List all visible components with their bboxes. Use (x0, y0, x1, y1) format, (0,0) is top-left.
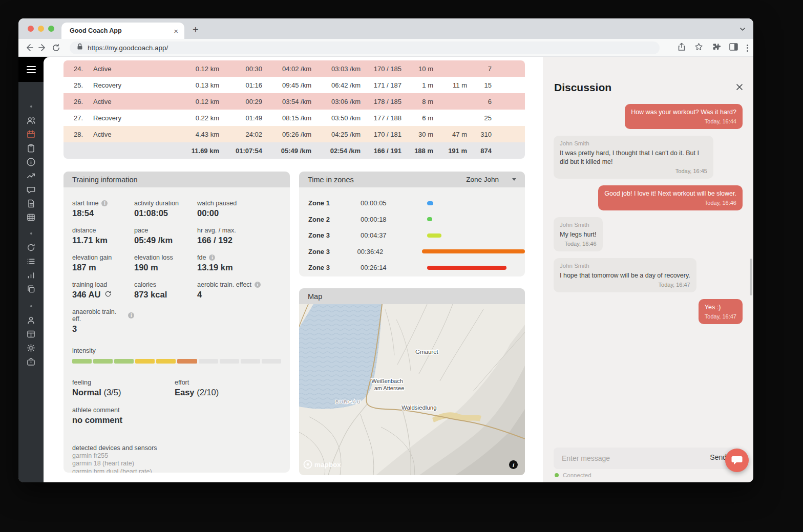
chat-bubble-fab[interactable] (725, 449, 749, 472)
table-row[interactable]: 25. Recovery 0.13 km 01:16 09:45 /km 06:… (64, 77, 525, 93)
lap-calories: 7 (468, 65, 493, 73)
extensions-puzzle-icon[interactable] (712, 42, 721, 53)
message-time: Today, 16:45 (560, 167, 707, 175)
total-distance: 11.69 km (169, 147, 220, 155)
message-text: How was your workout? Was it hard? (631, 108, 736, 117)
lap-distance: 4.43 km (169, 131, 220, 138)
lap-elev-gain: 6 m (403, 114, 434, 122)
lap-type: Recovery (92, 81, 169, 89)
intensity-segment (156, 359, 176, 364)
send-button[interactable]: Send (710, 453, 727, 461)
messages-icon[interactable] (25, 183, 38, 196)
reload-icon[interactable] (49, 44, 62, 52)
back-icon[interactable] (23, 43, 36, 52)
side-panel-icon[interactable] (729, 43, 738, 53)
map-attribution-info-icon[interactable] (509, 460, 518, 469)
clipboard-icon[interactable] (25, 141, 38, 155)
lap-calories: 15 (468, 81, 493, 89)
profile-icon[interactable] (25, 313, 38, 327)
intensity-segment (262, 359, 281, 364)
address-bar[interactable]: https://my.goodcoach.app/ (70, 41, 660, 54)
tab-title: Good Coach App (70, 27, 173, 34)
card-title: Map (308, 292, 516, 301)
table-row[interactable]: 28. Active 4.43 km 24:02 05:26 /km 04:25… (64, 126, 525, 142)
map-label: Waldsiedlung (402, 405, 437, 411)
info-icon[interactable] (128, 312, 134, 318)
field-fde: fde 13.19 km (197, 254, 281, 272)
athletes-icon[interactable] (25, 114, 38, 127)
bookmark-star-icon[interactable] (694, 42, 703, 53)
lap-pace-avg: 03:54 /km (263, 98, 312, 105)
section-dot-icon (30, 105, 32, 108)
message-list: How was your workout? Was it hard? Today… (543, 104, 753, 421)
close-window-button[interactable] (28, 26, 34, 32)
share-icon[interactable] (678, 42, 686, 53)
table-row[interactable]: 24. Active 0.12 km 00:30 04:02 /km 03:03… (64, 60, 525, 77)
field-hr: hr avg. / max. 166 / 192 (197, 227, 281, 245)
sync-icon[interactable] (25, 241, 38, 254)
browser-menu-icon[interactable] (747, 45, 748, 52)
forward-icon[interactable] (36, 43, 49, 52)
map-view[interactable]: Gmauret Weißenbach am Attersee BURGAU Wa… (299, 304, 525, 475)
zone-bar (427, 266, 506, 270)
message-text: It was pretty hard, I thought that I can… (560, 149, 707, 166)
map-canvas: Gmauret Weißenbach am Attersee BURGAU Wa… (299, 304, 525, 475)
maximize-window-button[interactable] (48, 26, 54, 32)
lock-icon (77, 43, 83, 52)
stats-icon[interactable] (25, 268, 38, 282)
lap-pace-avg: 05:26 /km (263, 131, 312, 138)
info-icon[interactable] (255, 282, 261, 288)
browser-tab[interactable]: Good Coach App × (61, 23, 184, 39)
intensity-segment (135, 359, 155, 364)
list-icon[interactable] (25, 254, 38, 268)
lap-hr: 171 / 187 (362, 81, 403, 89)
zone-selector-dropdown[interactable]: Zone John (466, 176, 516, 183)
message-text: Good job! I love it! Next workout will b… (604, 189, 736, 198)
copy-icon[interactable] (25, 282, 38, 295)
table-row[interactable]: 27. Recovery 0.22 km 01:49 08:15 /km 03:… (64, 110, 525, 126)
chat-message-incoming: John Smith It was pretty hard, I thought… (554, 136, 713, 179)
card-title: Time in zones (308, 176, 466, 184)
tab-close-icon[interactable]: × (173, 27, 179, 35)
refresh-icon[interactable] (104, 290, 112, 300)
lap-duration: 24:02 (220, 131, 263, 138)
media-icon[interactable] (25, 210, 38, 224)
message-text: Yes :) (705, 303, 736, 312)
minimize-window-button[interactable] (38, 26, 44, 32)
lap-type: Active (92, 131, 169, 138)
browser-window: Good Coach App × + https://my.goodcoach.… (18, 18, 753, 482)
field-athlete-comment: athlete comment no comment (72, 407, 281, 425)
zone-row: Zone 3 00:04:37 (299, 227, 525, 244)
zones-header: Time in zones Zone John (299, 172, 525, 187)
message-input-row: Send (554, 448, 742, 469)
settings-gear-icon[interactable] (25, 341, 38, 354)
layout-icon[interactable] (25, 327, 38, 341)
sidebar-header (18, 57, 44, 82)
lap-pace-avg: 09:45 /km (263, 81, 312, 89)
close-icon[interactable] (736, 83, 743, 93)
time-in-zones-card: Time in zones Zone John Zone 1 00:00:05 … (299, 172, 525, 276)
training-info-card: Training information start time 18:54 ac… (64, 172, 290, 473)
info-icon[interactable] (25, 155, 38, 168)
briefcase-icon[interactable] (25, 355, 38, 368)
new-tab-button[interactable]: + (193, 25, 199, 35)
lap-index: 28. (64, 131, 92, 138)
device-item: garmin 18 (heart rate) (72, 460, 281, 467)
discussion-panel: Discussion How was your workout? Was it … (543, 57, 753, 482)
lap-pace-best: 06:42 /km (312, 81, 362, 89)
field-calories: calories 873 kcal (134, 281, 197, 300)
discussion-title: Discussion (554, 81, 611, 94)
lap-elev-loss: 47 m (434, 131, 468, 138)
table-row[interactable]: 26. Active 0.12 km 00:29 03:54 /km 03:06… (64, 93, 525, 110)
tab-list-chevron-icon[interactable] (739, 26, 746, 35)
info-icon[interactable] (209, 254, 215, 261)
map-label: BURGAU (335, 399, 362, 405)
url-text: https://my.goodcoach.app/ (88, 44, 168, 52)
scrollbar-thumb[interactable] (750, 259, 752, 295)
calendar-icon[interactable] (25, 127, 38, 141)
table-totals-row: 11.69 km 01:07:54 05:49 /km 02:54 /km 16… (64, 142, 525, 159)
documents-icon[interactable] (25, 197, 38, 210)
trends-icon[interactable] (25, 169, 38, 182)
info-icon[interactable] (101, 200, 108, 206)
hamburger-menu-icon[interactable] (27, 66, 36, 73)
